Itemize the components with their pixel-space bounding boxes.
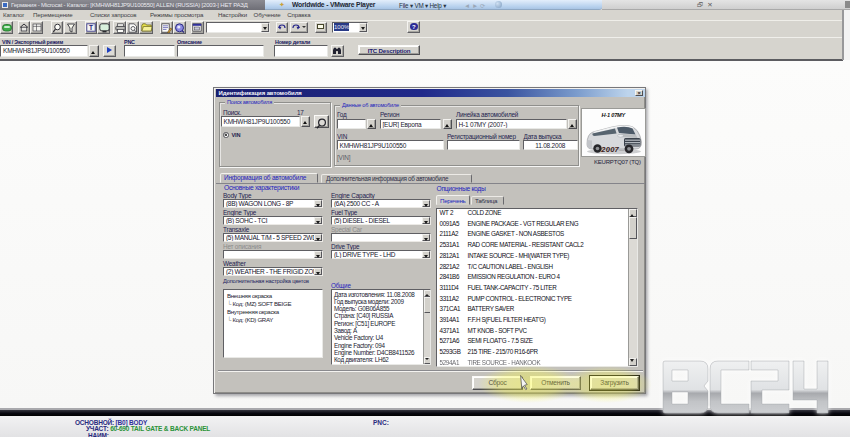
svg-text:T: T bbox=[89, 24, 93, 31]
